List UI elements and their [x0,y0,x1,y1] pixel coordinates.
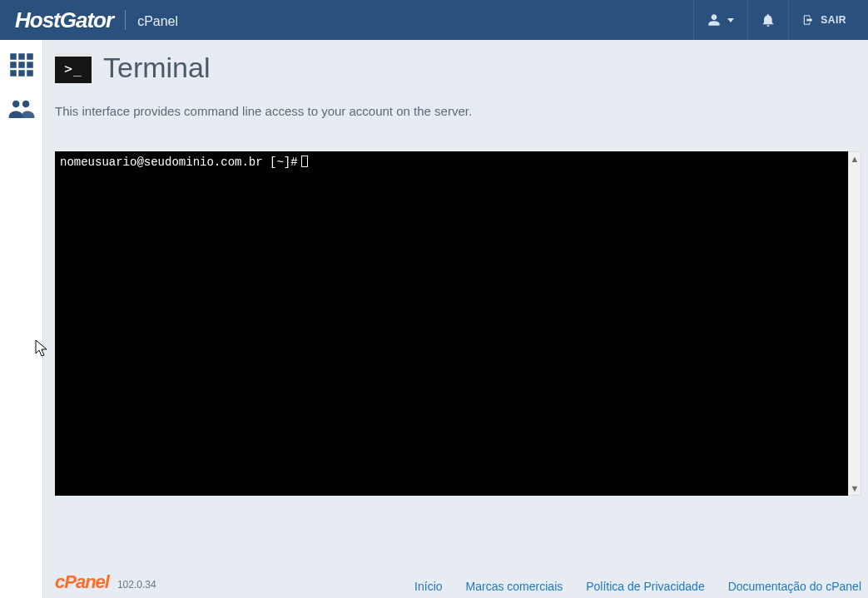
terminal-container: nomeusuario@seudominio.com.br [~]# ▲ ▼ [55,151,861,496]
terminal-prompt: nomeusuario@seudominio.com.br [~]# [60,156,298,169]
main-content: Terminal This interface provides command… [43,40,868,598]
cpanel-logo: cPanel [55,571,109,593]
svg-point-10 [22,101,28,107]
page-header: Terminal [55,52,861,84]
brand-block: HostGator cPanel [13,7,693,33]
logout-button[interactable]: SAIR [788,0,860,40]
footer-link-home[interactable]: Início [414,580,442,593]
header-bar: HostGator cPanel SAIR [0,0,868,40]
sidebar-apps-button[interactable] [7,50,37,80]
terminal[interactable]: nomeusuario@seudominio.com.br [~]# [55,151,848,496]
brand-cpanel-label: cPanel [137,14,178,29]
svg-rect-0 [10,53,17,60]
terminal-scrollbar[interactable]: ▲ ▼ [848,151,861,496]
sidebar [0,40,43,598]
page-title: Terminal [103,52,210,84]
footer-link-trademarks[interactable]: Marcas comerciais [466,580,563,593]
logout-label: SAIR [821,14,846,26]
footer-link-privacy[interactable]: Política de Privacidade [586,580,704,593]
svg-rect-1 [18,53,25,60]
svg-point-9 [12,101,19,107]
svg-rect-4 [18,62,25,68]
brand-hostgator: HostGator [15,7,113,33]
svg-rect-7 [18,70,25,77]
users-icon [7,96,36,120]
svg-rect-2 [27,53,33,60]
scroll-up-icon[interactable]: ▲ [849,152,861,166]
terminal-cursor [301,156,308,167]
bell-icon [761,13,775,27]
footer-link-docs[interactable]: Documentação do cPanel [728,580,861,593]
svg-rect-3 [10,62,17,68]
header-actions: SAIR [693,0,860,40]
chevron-down-icon [727,18,734,22]
brand-divider [125,10,126,30]
page-description: This interface provides command line acc… [55,104,861,118]
sidebar-users-button[interactable] [7,93,37,123]
user-menu-button[interactable] [693,0,747,40]
footer-links: Início Marcas comerciais Política de Pri… [414,580,861,593]
scroll-down-icon[interactable]: ▼ [849,482,861,495]
logout-icon [802,14,814,26]
apps-grid-icon [9,52,34,77]
user-icon [707,13,721,27]
terminal-icon [55,53,92,83]
footer: cPanel 102.0.34 Início Marcas comerciais… [55,571,861,593]
svg-rect-5 [27,62,33,68]
footer-brand: cPanel 102.0.34 [55,571,156,593]
svg-rect-8 [27,70,33,77]
cpanel-version: 102.0.34 [117,579,156,591]
svg-rect-6 [10,70,17,77]
notifications-button[interactable] [747,0,788,40]
